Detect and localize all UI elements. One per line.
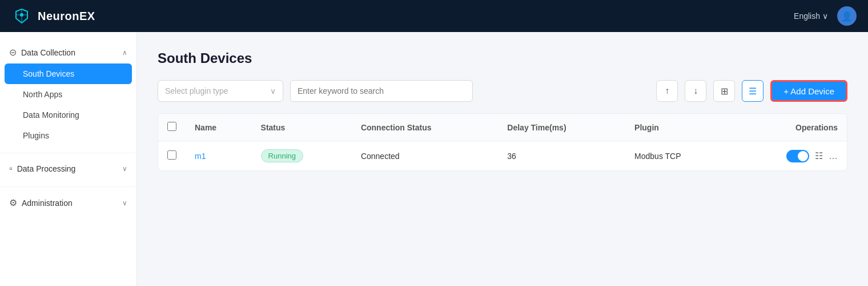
table-header: Name Status Connection Status Delay Time…: [158, 114, 847, 141]
connection-status-cell: Connected: [352, 141, 498, 171]
data-collection-chevron-icon: ∧: [122, 49, 127, 57]
main-content: South Devices Select plugin type ∨ ↑ ↓ ⊞…: [137, 32, 868, 286]
language-label: English: [794, 11, 820, 21]
north-apps-label: North Apps: [23, 90, 62, 99]
language-chevron-icon: ∨: [822, 11, 828, 21]
connection-status-value: Connected: [361, 152, 400, 161]
delay-time-cell: 36: [498, 141, 625, 171]
logo: NeuronEX: [11, 6, 95, 26]
row-checkbox-cell: [158, 141, 186, 171]
avatar-icon: 👤: [841, 11, 853, 22]
layout: ⊝ Data Collection ∧ South Devices North …: [0, 32, 868, 286]
grid-icon: ⊞: [721, 86, 728, 97]
search-input[interactable]: [298, 86, 465, 96]
sidebar-section-data-processing: ▫ Data Processing ∨: [0, 158, 136, 180]
col-operations: Operations: [732, 114, 847, 141]
download-button[interactable]: ↓: [685, 80, 706, 102]
sidebar: ⊝ Data Collection ∧ South Devices North …: [0, 32, 137, 286]
list-view-button[interactable]: ☰: [742, 80, 763, 102]
plugin-value: Modbus TCP: [634, 152, 681, 161]
page-title: South Devices: [158, 50, 847, 66]
select-all-checkbox[interactable]: [167, 122, 176, 131]
data-collection-icon: ⊝: [9, 47, 17, 58]
operations-cell: ☷ …: [732, 141, 847, 171]
administration-label: Administration: [22, 198, 73, 208]
table-row: m1 Running Connected 36 Modbus TCP: [158, 141, 847, 171]
data-collection-label: Data Collection: [21, 48, 75, 57]
plugin-type-placeholder: Select plugin type: [165, 86, 228, 96]
app-name: NeuronEX: [38, 10, 95, 23]
table-header-row: Name Status Connection Status Delay Time…: [158, 114, 847, 141]
administration-chevron-icon: ∨: [122, 199, 127, 207]
data-processing-chevron-icon: ∨: [122, 165, 127, 173]
administration-icon: ⚙: [9, 197, 17, 208]
sidebar-section-admin-title-wrap: ⚙ Administration: [9, 197, 122, 208]
toolbar: Select plugin type ∨ ↑ ↓ ⊞ ☰ + Add Devic…: [158, 80, 847, 102]
sidebar-item-data-monitoring[interactable]: Data Monitoring: [0, 105, 136, 125]
device-more-icon[interactable]: …: [829, 151, 838, 161]
header-right: English ∨ 👤: [794, 6, 857, 26]
sidebar-divider-2: [0, 186, 136, 187]
data-processing-icon: ▫: [9, 164, 13, 174]
sidebar-section-administration-header[interactable]: ⚙ Administration ∨: [0, 192, 136, 214]
svg-point-1: [20, 13, 23, 17]
col-name: Name: [186, 114, 252, 141]
status-badge: Running: [261, 149, 303, 162]
download-icon: ↓: [693, 86, 698, 96]
delay-time-value: 36: [507, 152, 516, 161]
col-connection-status: Connection Status: [352, 114, 498, 141]
devices-table: Name Status Connection Status Delay Time…: [158, 114, 847, 170]
add-device-label: + Add Device: [783, 86, 834, 96]
col-status: Status: [252, 114, 352, 141]
device-name-link[interactable]: m1: [195, 152, 206, 161]
col-delay-time: Delay Time(ms): [498, 114, 625, 141]
device-settings-icon[interactable]: ☷: [815, 150, 823, 161]
add-device-button[interactable]: + Add Device: [770, 80, 847, 102]
plugin-type-select[interactable]: Select plugin type ∨: [158, 80, 283, 102]
sidebar-section-data-collection-header[interactable]: ⊝ Data Collection ∧: [0, 41, 136, 63]
sidebar-section-dp-title-wrap: ▫ Data Processing: [9, 164, 122, 174]
grid-view-button[interactable]: ⊞: [713, 80, 735, 102]
sidebar-item-plugins[interactable]: Plugins: [0, 125, 136, 146]
upload-icon: ↑: [665, 86, 669, 96]
row-checkbox[interactable]: [167, 150, 176, 160]
sidebar-section-title-wrap: ⊝ Data Collection: [9, 47, 122, 58]
operations-wrap: ☷ …: [741, 150, 838, 162]
header-checkbox-col: [158, 114, 186, 141]
device-toggle[interactable]: [786, 150, 809, 162]
sidebar-section-data-processing-header[interactable]: ▫ Data Processing ∨: [0, 158, 136, 180]
col-plugin: Plugin: [625, 114, 732, 141]
plugin-cell: Modbus TCP: [625, 141, 732, 171]
sidebar-section-administration: ⚙ Administration ∨: [0, 192, 136, 214]
device-name-cell: m1: [186, 141, 252, 171]
plugins-label: Plugins: [23, 131, 49, 140]
sidebar-divider-1: [0, 153, 136, 153]
language-selector[interactable]: English ∨: [794, 11, 828, 21]
data-monitoring-label: Data Monitoring: [23, 110, 79, 120]
devices-table-wrap: Name Status Connection Status Delay Time…: [158, 113, 847, 171]
select-chevron-icon: ∨: [270, 86, 276, 96]
data-processing-label: Data Processing: [17, 164, 76, 173]
device-status-cell: Running: [252, 141, 352, 171]
sidebar-item-south-devices[interactable]: South Devices: [5, 63, 132, 84]
list-icon: ☰: [749, 86, 757, 97]
sidebar-item-north-apps[interactable]: North Apps: [0, 84, 136, 105]
neuronex-logo-icon: [11, 6, 32, 26]
sidebar-section-data-collection: ⊝ Data Collection ∧ South Devices North …: [0, 41, 136, 146]
user-avatar[interactable]: 👤: [837, 6, 857, 26]
upload-button[interactable]: ↑: [656, 80, 678, 102]
search-wrap: [290, 80, 473, 102]
table-body: m1 Running Connected 36 Modbus TCP: [158, 141, 847, 171]
header: NeuronEX English ∨ 👤: [0, 0, 868, 32]
south-devices-label: South Devices: [23, 69, 74, 78]
